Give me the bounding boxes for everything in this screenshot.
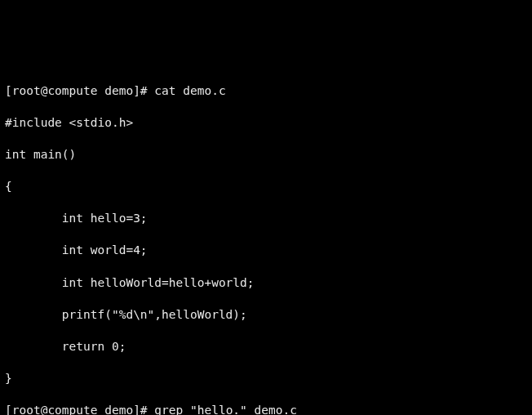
src-line: int hello=3; <box>5 211 527 227</box>
src-line: printf("%d\n",helloWorld); <box>5 307 527 324</box>
src-line: { <box>5 179 527 195</box>
src-line: } <box>5 371 527 387</box>
cmd-line-grep1: [root@compute demo]# grep "hello." demo.… <box>5 403 527 415</box>
src-line: int world=4; <box>5 243 527 259</box>
cmd-line-cat: [root@compute demo]# cat demo.c <box>5 83 527 100</box>
shell-prompt: [root@compute demo]# <box>5 404 148 415</box>
src-line: return 0; <box>5 339 527 355</box>
src-line: int main() <box>5 147 527 163</box>
shell-prompt: [root@compute demo]# <box>5 84 148 97</box>
terminal-output: [root@compute demo]# cat demo.c #include… <box>5 67 527 415</box>
command-text: grep "hello." demo.c <box>154 404 297 415</box>
command-text: cat demo.c <box>154 84 225 97</box>
src-line: int helloWorld=hello+world; <box>5 275 527 292</box>
src-line: #include <stdio.h> <box>5 115 527 132</box>
